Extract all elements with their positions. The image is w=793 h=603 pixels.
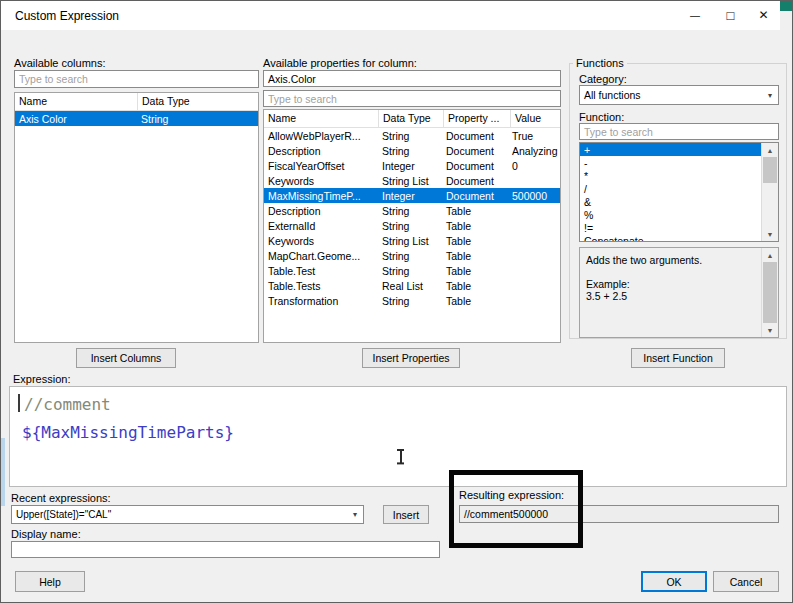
cell-name: Keywords [264, 175, 378, 187]
insert-properties-button[interactable]: Insert Properties [362, 348, 460, 368]
cell-type: String [137, 113, 258, 125]
cell-type: String [378, 220, 442, 232]
cell-type: String [378, 130, 442, 142]
column-header-datatype[interactable]: Data Type [138, 93, 258, 110]
cell-property: Document [442, 145, 508, 157]
cell-property: Table [442, 220, 508, 232]
columns-table-header: Name Data Type [15, 93, 258, 111]
scroll-up-icon[interactable]: ▲ [762, 248, 778, 262]
table-row[interactable]: Description String Document Analyzing pe… [264, 143, 560, 158]
window-title: Custom Expression [15, 9, 119, 23]
ok-button[interactable]: OK [641, 571, 707, 592]
cancel-button[interactable]: Cancel [713, 571, 779, 592]
close-icon[interactable]: ✕ [748, 1, 779, 29]
function-description-box: Adds the two arguments. Example: 3.5 + 2… [579, 247, 779, 338]
cell-type: Real List [378, 280, 442, 292]
recent-expressions-label: Recent expressions: [11, 492, 111, 504]
function-search-input[interactable] [579, 123, 779, 140]
cell-value: 500000 [508, 190, 560, 202]
function-list-scrollbar[interactable]: ▲ ▼ [761, 143, 778, 241]
list-item[interactable]: * [580, 169, 762, 182]
category-value: All functions [580, 89, 762, 101]
maximize-icon[interactable]: □ [714, 1, 747, 29]
table-row[interactable]: Transformation String Table [264, 293, 560, 308]
annotation-highlight-rectangle [449, 470, 583, 548]
scroll-down-icon[interactable]: ▼ [762, 227, 778, 241]
category-dropdown[interactable]: All functions ▾ [579, 85, 779, 105]
cell-type: String [378, 295, 442, 307]
description-scrollbar[interactable]: ▲ ▼ [761, 248, 778, 337]
recent-expression-value: Upper([State])="CAL" [12, 509, 347, 520]
table-row[interactable]: AllowWebPlayerR... String Document True [264, 128, 560, 143]
column-header-name[interactable]: Name [264, 110, 379, 127]
table-row[interactable]: Axis Color String [15, 111, 258, 126]
cell-value: Analyzing perform... [508, 145, 560, 157]
scrollbar-thumb[interactable] [763, 157, 777, 183]
minimize-icon[interactable]: — [679, 1, 711, 29]
function-example-label: Example: [586, 278, 756, 290]
available-columns-label: Available columns: [14, 57, 106, 69]
scrollbar-track[interactable] [762, 262, 778, 323]
scroll-down-icon[interactable]: ▼ [762, 323, 778, 337]
cell-name: Axis Color [15, 113, 137, 125]
cell-property: Table [442, 280, 508, 292]
backdrop-blue-sliver [1, 438, 5, 506]
scrollbar-track[interactable] [762, 157, 778, 227]
table-row[interactable]: Table.Tests Real List Table [264, 278, 560, 293]
cell-name: MaxMissingTimeP... [264, 190, 378, 202]
cell-property: Table [442, 250, 508, 262]
table-row[interactable]: MapChart.Geome... String Table [264, 248, 560, 263]
recent-expressions-dropdown[interactable]: Upper([State])="CAL" ▾ [11, 505, 364, 524]
list-item[interactable]: + [580, 143, 762, 156]
columns-search-input[interactable] [14, 70, 259, 88]
scrollbar-thumb[interactable] [763, 262, 777, 323]
insert-columns-button[interactable]: Insert Columns [76, 348, 176, 368]
table-row[interactable]: Keywords String List Table [264, 233, 560, 248]
custom-expression-dialog: Custom Expression — □ ✕ Available column… [0, 0, 793, 603]
scroll-up-icon[interactable]: ▲ [762, 143, 778, 157]
property-column-field[interactable]: Axis.Color [263, 70, 561, 87]
list-item[interactable]: != [580, 221, 762, 234]
list-item[interactable]: % [580, 208, 762, 221]
cell-name: Table.Test [264, 265, 378, 277]
cell-type: String [378, 265, 442, 277]
cell-name: Description [264, 205, 378, 217]
table-row[interactable]: FiscalYearOffset Integer Document 0 [264, 158, 560, 173]
mouse-ibeam-cursor [396, 449, 405, 464]
column-header-datatype[interactable]: Data Type [379, 110, 444, 127]
insert-recent-button[interactable]: Insert [383, 505, 429, 524]
expression-editor[interactable]: //comment ${MaxMissingTimeParts} [9, 386, 787, 487]
cell-type: String List [378, 175, 442, 187]
display-name-label: Display name: [11, 528, 81, 540]
cell-type: String List [378, 235, 442, 247]
list-item[interactable]: - [580, 156, 762, 169]
table-row[interactable]: Table.Test String Table [264, 263, 560, 278]
cell-property: Table [442, 265, 508, 277]
column-header-name[interactable]: Name [15, 93, 138, 110]
cell-property: Document [442, 160, 508, 172]
help-button[interactable]: Help [15, 571, 85, 592]
table-row[interactable]: ExternalId String Table [264, 218, 560, 233]
table-row-selected[interactable]: MaxMissingTimeP... Integer Document 5000… [264, 188, 560, 203]
chevron-down-icon: ▾ [762, 91, 778, 100]
table-row[interactable]: Keywords String List Document [264, 173, 560, 188]
list-item[interactable]: Concatenate [580, 234, 762, 241]
properties-search-input[interactable] [263, 90, 561, 107]
table-row[interactable]: Description String Table [264, 203, 560, 218]
display-name-input[interactable] [11, 541, 440, 558]
cell-type: String [378, 145, 442, 157]
cell-name: ExternalId [264, 220, 378, 232]
cell-type: Integer [378, 160, 442, 172]
insert-function-button[interactable]: Insert Function [631, 348, 725, 368]
list-item[interactable]: & [580, 195, 762, 208]
cell-type: String [378, 205, 442, 217]
cell-name: Table.Tests [264, 280, 378, 292]
column-header-value[interactable]: Value [511, 110, 560, 127]
list-item[interactable]: / [580, 182, 762, 195]
chevron-down-icon: ▾ [347, 510, 363, 519]
available-properties-label: Available properties for column: [263, 57, 417, 69]
properties-table-header: Name Data Type Property ... Value [264, 110, 560, 128]
function-description: Adds the two arguments. [586, 254, 756, 266]
column-header-property[interactable]: Property ... [444, 110, 511, 127]
function-label: Function: [579, 111, 624, 123]
